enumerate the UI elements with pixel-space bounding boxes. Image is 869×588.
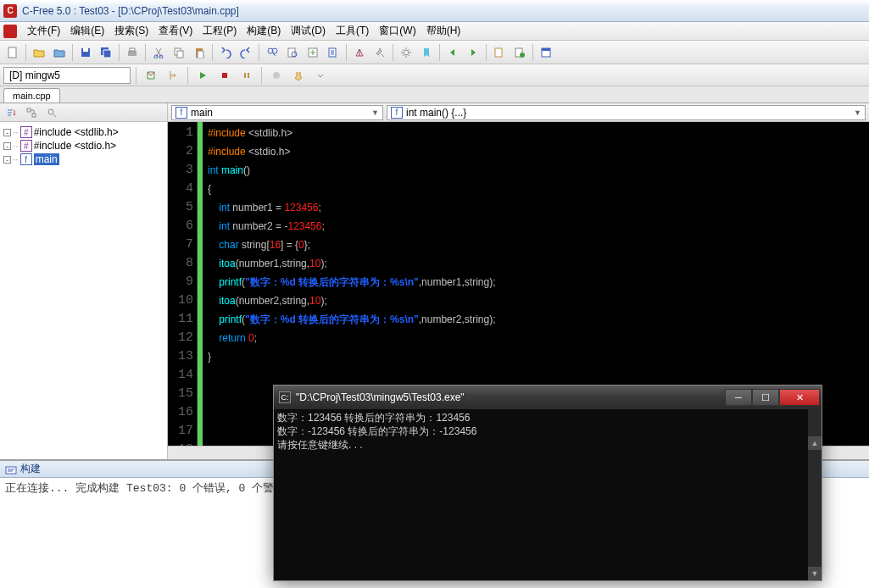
menu-tools[interactable]: 工具(T) xyxy=(331,22,374,40)
compile-button[interactable] xyxy=(142,66,160,85)
build-target-value: [D] mingw5 xyxy=(9,69,60,81)
svg-rect-24 xyxy=(222,73,227,78)
separator xyxy=(259,44,259,61)
goto-button[interactable] xyxy=(324,43,343,62)
open-project-button[interactable] xyxy=(50,43,69,62)
tree-expander[interactable]: - xyxy=(3,142,11,150)
svg-rect-1 xyxy=(83,48,88,52)
cut-button[interactable] xyxy=(149,43,168,62)
run-button[interactable] xyxy=(193,66,212,85)
tree-expander[interactable]: - xyxy=(3,129,11,136)
undo-button[interactable] xyxy=(216,43,235,62)
sidebar-sort-button[interactable] xyxy=(2,103,20,122)
doc1-button[interactable] xyxy=(490,43,509,62)
menu-view[interactable]: 查看(V) xyxy=(153,22,198,40)
tree-expander[interactable]: - xyxy=(3,156,11,164)
separator xyxy=(136,67,136,84)
function-navigator: fmain▼ fint main() {...}▼ xyxy=(168,103,869,122)
back-button[interactable] xyxy=(443,43,462,62)
svg-rect-9 xyxy=(198,51,203,58)
main-toolbar xyxy=(0,41,869,64)
breakpoint-button[interactable] xyxy=(267,66,286,85)
pause-button[interactable] xyxy=(237,66,256,85)
svg-rect-32 xyxy=(6,467,16,474)
sidebar-tree-button[interactable] xyxy=(22,103,41,122)
save-all-button[interactable] xyxy=(97,43,115,62)
separator xyxy=(119,44,120,61)
tree-label: main xyxy=(34,153,59,165)
symbol-tree[interactable]: -··##include <stdlib.h>-··##include <std… xyxy=(0,122,167,459)
menu-build[interactable]: 构建(B) xyxy=(242,22,286,40)
svg-rect-26 xyxy=(248,73,249,78)
step-button[interactable] xyxy=(164,66,182,85)
scope-combo[interactable]: fmain▼ xyxy=(171,105,383,120)
menu-help[interactable]: 帮助(H) xyxy=(421,22,466,40)
find-in-files-button[interactable] xyxy=(283,43,302,62)
maximize-button[interactable]: ☐ xyxy=(752,389,779,406)
separator xyxy=(212,44,213,61)
menu-search[interactable]: 搜索(S) xyxy=(109,22,153,40)
console-titlebar[interactable]: C: "D:\CProj\Test03\mingw5\Test03.exe" ─… xyxy=(274,386,822,409)
build-target-combo[interactable]: [D] mingw5 xyxy=(3,67,131,84)
scroll-down-icon[interactable]: ▼ xyxy=(808,567,822,580)
separator xyxy=(145,44,146,61)
bookmark-button[interactable] xyxy=(417,43,436,62)
svg-point-18 xyxy=(404,50,409,55)
console-window[interactable]: C: "D:\CProj\Test03\mingw5\Test03.exe" ─… xyxy=(273,385,822,581)
menu-file[interactable]: 文件(F) xyxy=(22,22,65,40)
forward-button[interactable] xyxy=(464,43,482,62)
save-button[interactable] xyxy=(76,43,95,62)
tree-label: #include <stdlib.h> xyxy=(34,126,119,138)
include-icon: # xyxy=(20,126,32,138)
tree-item[interactable]: -··##include <stdio.h> xyxy=(3,139,164,153)
svg-rect-0 xyxy=(8,47,16,58)
console-output[interactable]: 数字：123456 转换后的字符串为：123456 数字：-123456 转换后… xyxy=(274,409,822,580)
menu-window[interactable]: 窗口(W) xyxy=(374,22,421,40)
svg-line-31 xyxy=(53,114,56,117)
scope-value: main xyxy=(191,107,213,119)
separator xyxy=(486,44,487,61)
print-button[interactable] xyxy=(123,43,142,62)
window-button[interactable] xyxy=(537,43,555,62)
menu-debug[interactable]: 调试(D) xyxy=(286,22,331,40)
build-button[interactable] xyxy=(350,43,369,62)
redo-button[interactable] xyxy=(237,43,255,62)
sidebar: -··##include <stdlib.h>-··##include <std… xyxy=(0,103,168,459)
find-button[interactable] xyxy=(263,43,281,62)
debug-hand-button[interactable] xyxy=(289,66,308,85)
chevron-down-icon: ▼ xyxy=(371,108,379,117)
debug-drop-button[interactable] xyxy=(311,66,330,85)
chevron-down-icon: ▼ xyxy=(854,108,861,117)
svg-point-21 xyxy=(520,53,525,58)
menu-project[interactable]: 工程(P) xyxy=(198,22,242,40)
app-icon: C xyxy=(3,4,17,18)
stop-button[interactable] xyxy=(215,66,234,85)
tree-item[interactable]: -··fmain xyxy=(3,153,164,166)
target-toolbar: [D] mingw5 xyxy=(0,64,869,86)
separator xyxy=(261,67,262,84)
build-icon xyxy=(5,463,17,475)
minimize-button[interactable]: ─ xyxy=(725,389,752,406)
tools-button[interactable] xyxy=(370,43,389,62)
open-button[interactable] xyxy=(30,43,48,62)
close-button[interactable]: ✕ xyxy=(779,389,820,406)
svg-rect-28 xyxy=(27,108,31,112)
separator xyxy=(187,67,188,84)
svg-rect-23 xyxy=(542,48,550,51)
gear-button[interactable] xyxy=(397,43,415,62)
paste-button[interactable] xyxy=(190,43,209,62)
svg-rect-3 xyxy=(130,48,135,51)
sidebar-filter-button[interactable] xyxy=(42,103,61,122)
new-button[interactable] xyxy=(3,43,22,62)
function-combo[interactable]: fint main() {...}▼ xyxy=(387,105,866,120)
replace-button[interactable] xyxy=(304,43,322,62)
menu-edit[interactable]: 编辑(E) xyxy=(65,22,109,40)
tree-label: #include <stdio.h> xyxy=(34,140,116,152)
copy-button[interactable] xyxy=(170,43,188,62)
doc2-button[interactable] xyxy=(510,43,529,62)
console-scrollbar[interactable]: ▲ ▼ xyxy=(808,409,822,580)
tab-main-cpp[interactable]: main.cpp xyxy=(3,88,60,103)
line-gutter: 123456789101112131415161718 xyxy=(168,122,198,446)
tree-item[interactable]: -··##include <stdlib.h> xyxy=(3,125,164,139)
scroll-up-icon[interactable]: ▲ xyxy=(808,436,822,450)
